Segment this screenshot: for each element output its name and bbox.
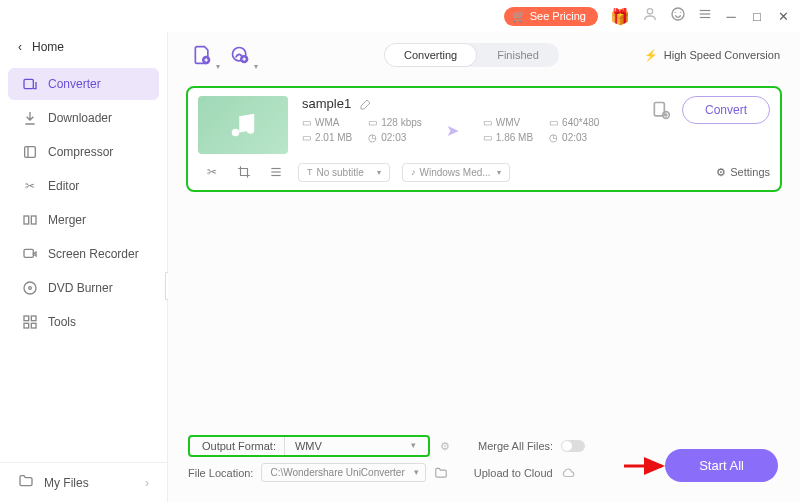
chevron-right-icon: › — [145, 476, 149, 490]
format-settings-icon[interactable]: ⚙ — [438, 439, 452, 453]
doc-icon: ▭ — [483, 132, 492, 143]
audio-track-value: Windows Med... — [420, 167, 491, 178]
file-location-value[interactable]: C:\Wondershare UniConverter — [261, 463, 425, 482]
sidebar-item-label: Editor — [48, 179, 79, 193]
crop-icon[interactable] — [234, 162, 254, 182]
doc-icon: ▭ — [549, 117, 558, 128]
sidebar-item-converter[interactable]: Converter — [8, 68, 159, 100]
dst-size: 1.86 MB — [496, 132, 533, 143]
file-thumbnail[interactable] — [198, 96, 288, 154]
sidebar-item-editor[interactable]: ✂ Editor — [8, 170, 159, 202]
svg-point-1 — [672, 8, 684, 20]
high-speed-conversion-toggle[interactable]: ⚡ High Speed Conversion — [644, 49, 780, 62]
svg-rect-8 — [24, 216, 29, 224]
sidebar-item-tools[interactable]: Tools — [8, 306, 159, 338]
clock-icon: ◷ — [549, 132, 558, 143]
src-format: WMA — [315, 117, 339, 128]
content-pane: ▾ ▾ Converting Finished ⚡ High Speed Con… — [168, 32, 800, 502]
tab-finished[interactable]: Finished — [477, 43, 559, 67]
svg-point-11 — [24, 282, 36, 294]
my-files-button[interactable]: My Files › — [0, 462, 167, 502]
open-folder-icon[interactable] — [434, 466, 448, 480]
home-back[interactable]: ‹ Home — [0, 32, 167, 62]
sidebar-item-label: Converter — [48, 77, 101, 91]
merge-all-toggle[interactable] — [561, 440, 585, 452]
gift-icon[interactable]: 🎁 — [610, 7, 630, 26]
merge-all-label: Merge All Files: — [478, 440, 553, 452]
grid-icon — [22, 314, 38, 330]
chevron-down-icon: ▾ — [254, 62, 258, 71]
sidebar-item-compressor[interactable]: Compressor — [8, 136, 159, 168]
download-icon — [22, 110, 38, 126]
gear-icon: ⚙ — [716, 166, 726, 179]
avatar-icon[interactable] — [642, 6, 658, 26]
src-bitrate: 128 kbps — [381, 117, 422, 128]
effects-icon[interactable] — [266, 162, 286, 182]
file-location-label: File Location: — [188, 467, 253, 479]
sidebar-item-label: Tools — [48, 315, 76, 329]
merge-icon — [22, 212, 38, 228]
edit-name-icon[interactable] — [359, 97, 373, 111]
file-settings-button[interactable]: ⚙ Settings — [716, 166, 770, 179]
dst-duration: 02:03 — [562, 132, 587, 143]
doc-icon: ▭ — [368, 117, 377, 128]
add-file-button[interactable]: ▾ — [188, 41, 216, 69]
sidebar-item-label: Compressor — [48, 145, 113, 159]
svg-rect-16 — [31, 323, 36, 328]
svg-rect-5 — [24, 79, 33, 88]
chevron-down-icon: ▾ — [377, 168, 381, 177]
subtitle-dropdown[interactable]: TNo subtitle ▾ — [298, 163, 390, 182]
scissors-icon: ✂ — [22, 178, 38, 194]
sidebar-item-label: DVD Burner — [48, 281, 113, 295]
tab-converting[interactable]: Converting — [384, 43, 477, 67]
src-size: 2.01 MB — [315, 132, 352, 143]
compress-icon — [22, 144, 38, 160]
converter-icon — [22, 76, 38, 92]
svg-rect-15 — [24, 323, 29, 328]
sidebar-item-merger[interactable]: Merger — [8, 204, 159, 236]
svg-rect-13 — [24, 316, 29, 321]
menu-icon[interactable] — [698, 7, 712, 25]
cloud-icon[interactable] — [561, 466, 575, 480]
src-duration: 02:03 — [381, 132, 406, 143]
sidebar-item-label: Merger — [48, 213, 86, 227]
output-format-selector[interactable]: Output Format: WMV — [188, 435, 430, 457]
file-name: sample1 — [302, 96, 351, 111]
audio-track-dropdown[interactable]: ♪Windows Med... ▾ — [402, 163, 510, 182]
sidebar-item-label: Downloader — [48, 111, 112, 125]
svg-rect-9 — [31, 216, 36, 224]
hs-conv-label: High Speed Conversion — [664, 49, 780, 61]
upload-cloud-label: Upload to Cloud — [474, 467, 553, 479]
svg-rect-14 — [31, 316, 36, 321]
sidebar-item-label: Screen Recorder — [48, 247, 139, 261]
audio-icon: ♪ — [411, 167, 416, 177]
cart-icon: 🛒 — [512, 10, 526, 23]
dst-format: WMV — [496, 117, 520, 128]
svg-point-0 — [647, 9, 652, 14]
output-format-value[interactable]: WMV — [284, 437, 424, 455]
support-icon[interactable] — [670, 6, 686, 26]
add-url-button[interactable]: ▾ — [226, 41, 254, 69]
sidebar-item-downloader[interactable]: Downloader — [8, 102, 159, 134]
trim-icon[interactable]: ✂ — [202, 162, 222, 182]
svg-rect-6 — [25, 147, 36, 158]
sidebar-item-screen-recorder[interactable]: Screen Recorder — [8, 238, 159, 270]
doc-icon: ▭ — [483, 117, 492, 128]
file-card: sample1 ▭WMA ▭128 kbps ▭2.01 MB ◷02:03 ➤… — [186, 86, 782, 192]
disc-icon — [22, 280, 38, 296]
sidebar: ‹ Home Converter Downloader Compressor ✂… — [0, 32, 168, 502]
convert-button[interactable]: Convert — [682, 96, 770, 124]
annotation-arrow — [622, 456, 670, 476]
see-pricing-button[interactable]: 🛒 See Pricing — [504, 7, 598, 26]
close-button[interactable]: ✕ — [776, 9, 790, 23]
chevron-down-icon: ▾ — [216, 62, 220, 71]
start-all-button[interactable]: Start All — [665, 449, 778, 482]
output-preset-icon[interactable] — [648, 97, 674, 123]
dst-resolution: 640*480 — [562, 117, 599, 128]
sidebar-item-dvd-burner[interactable]: DVD Burner — [8, 272, 159, 304]
minimize-button[interactable]: ─ — [724, 9, 738, 23]
output-format-label: Output Format: — [194, 437, 284, 455]
lightning-icon: ⚡ — [644, 49, 658, 62]
record-icon — [22, 246, 38, 262]
maximize-button[interactable]: □ — [750, 9, 764, 23]
